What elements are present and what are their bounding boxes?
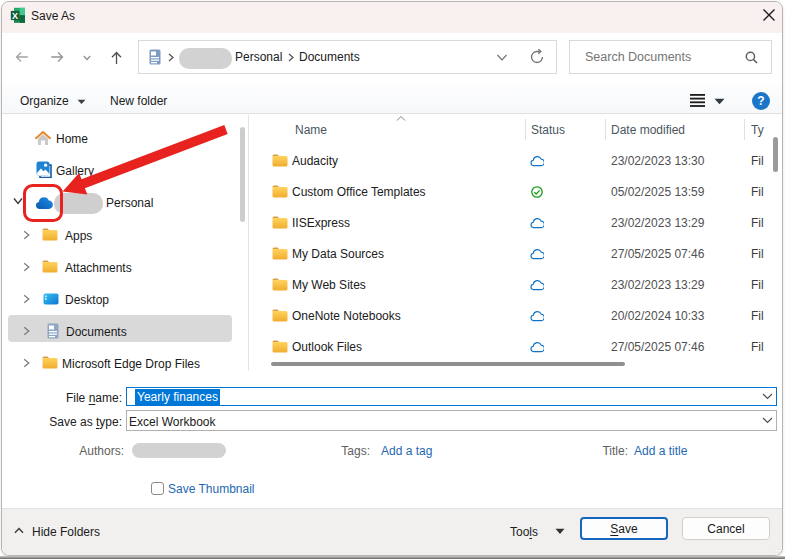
svg-text:X: X xyxy=(12,11,18,21)
